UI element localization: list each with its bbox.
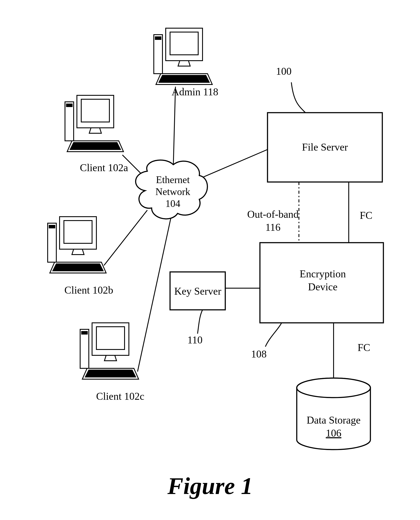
svg-rect-10 <box>67 104 72 107</box>
client-a-computer <box>65 95 123 152</box>
leader-108 <box>265 323 282 347</box>
data-storage-node: Data Storage 106 <box>297 378 370 450</box>
oob-label-1: Out-of-band <box>247 208 299 220</box>
line-network-fileserver <box>199 150 268 179</box>
computer-icon <box>154 28 212 84</box>
network-label-1: Ethernet <box>156 174 190 185</box>
encryption-device-node: Encryption Device <box>260 243 383 323</box>
svg-rect-5 <box>154 35 162 74</box>
client-c-computer <box>80 323 139 379</box>
client-b-label: Client 102b <box>64 284 113 296</box>
leader-100 <box>291 82 305 113</box>
client-c-label: Client 102c <box>96 391 144 402</box>
file-server-node: File Server <box>268 113 382 182</box>
svg-rect-13 <box>48 223 56 262</box>
encryption-device-label-1: Encryption <box>300 268 346 279</box>
svg-rect-14 <box>49 225 55 228</box>
network-label-3: 104 <box>165 198 180 209</box>
svg-rect-6 <box>155 37 161 39</box>
computer-icon <box>48 217 106 273</box>
computer-icon <box>65 95 123 152</box>
ref-108: 108 <box>251 348 267 360</box>
admin-label: Admin 118 <box>172 86 218 98</box>
svg-rect-17 <box>80 329 89 368</box>
line-network-admin <box>173 87 175 167</box>
ref-100: 100 <box>276 65 292 77</box>
svg-rect-16 <box>64 221 92 243</box>
ref-110: 110 <box>187 334 202 346</box>
client-b-computer <box>48 217 106 273</box>
admin-computer <box>154 28 212 84</box>
svg-point-4 <box>297 378 370 398</box>
svg-rect-9 <box>65 102 74 141</box>
svg-rect-18 <box>82 332 87 334</box>
data-storage-label-1: Data Storage <box>307 414 360 426</box>
key-server-node: Key Server <box>170 272 225 310</box>
encryption-device-label-2: Device <box>308 281 338 293</box>
client-a-label: Client 102a <box>80 162 128 173</box>
figure-caption: Figure 1 <box>167 473 253 499</box>
ethernet-network-cloud: Ethernet Network 104 <box>135 160 207 219</box>
svg-rect-8 <box>170 32 198 55</box>
fc-bottom-label: FC <box>358 342 370 353</box>
line-network-client-b <box>104 210 147 265</box>
key-server-label: Key Server <box>174 285 221 297</box>
computer-icon <box>80 323 139 379</box>
oob-label-2: 116 <box>265 221 280 233</box>
diagram-canvas: Ethernet Network 104 File Server Encrypt… <box>0 0 420 520</box>
line-network-client-c <box>138 217 171 372</box>
network-label-2: Network <box>156 186 190 197</box>
fc-top-label: FC <box>360 210 373 221</box>
svg-rect-20 <box>96 327 125 349</box>
leader-110 <box>198 310 202 334</box>
data-storage-label-2: 106 <box>326 427 341 439</box>
file-server-label: File Server <box>302 141 348 153</box>
svg-rect-12 <box>81 99 109 122</box>
